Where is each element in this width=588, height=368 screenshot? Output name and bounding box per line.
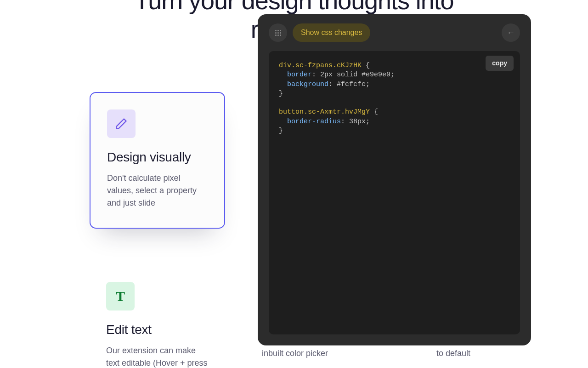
headline-line1: Turn your design thoughts into bbox=[134, 0, 453, 14]
code-line: } bbox=[279, 126, 510, 136]
code-line: background: #fcfcfc; bbox=[279, 80, 510, 89]
code-line: button.sc-Axmtr.hvJMgY { bbox=[279, 108, 510, 117]
copy-label: copy bbox=[492, 59, 507, 67]
card-desc: Our extension can make text editable (Ho… bbox=[106, 345, 209, 368]
card-title: Edit text bbox=[106, 322, 209, 337]
code-line bbox=[279, 98, 510, 108]
grip-icon bbox=[275, 30, 281, 36]
css-changes-panel: Show css changes ← copy div.sc-fzpans.cK… bbox=[258, 14, 531, 345]
peek-col2: inbuilt color picker bbox=[262, 349, 381, 358]
peek-row: inbuilt color picker to default bbox=[262, 349, 556, 358]
feature-card-edit-text[interactable]: T Edit text Our extension can make text … bbox=[90, 265, 225, 368]
text-icon: T bbox=[106, 282, 135, 310]
pencil-icon bbox=[107, 109, 136, 138]
code-line: div.sc-fzpans.cKJzHK { bbox=[279, 61, 510, 70]
code-line: } bbox=[279, 89, 510, 98]
code-line: border: 2px solid #e9e9e9; bbox=[279, 70, 510, 80]
drag-handle-button[interactable] bbox=[269, 23, 287, 42]
show-css-changes-button[interactable]: Show css changes bbox=[293, 23, 370, 42]
code-output: copy div.sc-fzpans.cKJzHK { border: 2px … bbox=[269, 51, 520, 334]
show-css-changes-label: Show css changes bbox=[301, 29, 362, 37]
peek-col3: to default bbox=[436, 349, 556, 358]
feature-card-design-visually[interactable]: Design visually Don't calculate pixel va… bbox=[90, 92, 225, 229]
card-title: Design visually bbox=[107, 150, 208, 165]
arrow-left-icon: ← bbox=[507, 28, 515, 38]
code-line: border-radius: 38px; bbox=[279, 117, 510, 126]
card-desc: Don't calculate pixel values, select a p… bbox=[107, 172, 208, 209]
copy-button[interactable]: copy bbox=[486, 56, 514, 71]
back-button[interactable]: ← bbox=[502, 23, 520, 42]
